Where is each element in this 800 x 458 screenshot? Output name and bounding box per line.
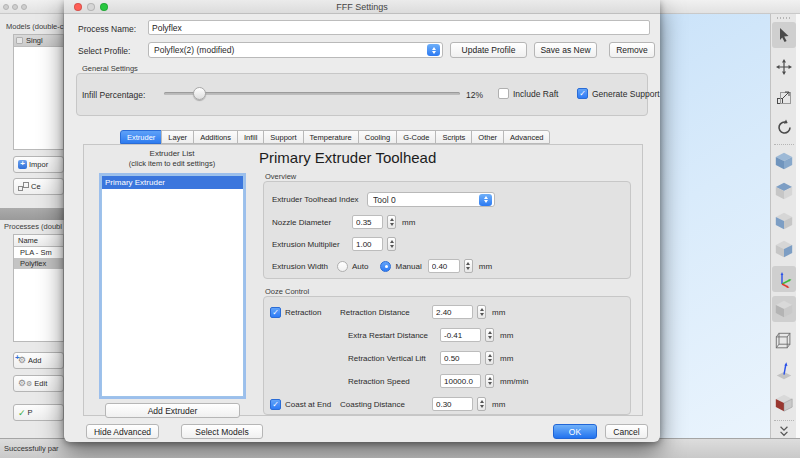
toolbar-drag-handle[interactable] (777, 17, 791, 19)
stepper-icon[interactable] (485, 351, 494, 365)
vertical-lift-input[interactable] (440, 351, 481, 365)
rotate-tool-button[interactable] (772, 114, 796, 140)
tab-infill[interactable]: Infill (237, 130, 264, 144)
tab-other[interactable]: Other (471, 130, 504, 144)
process-name-label: Process Name: (78, 24, 136, 34)
generate-support-option[interactable]: ✓ Generate Support (577, 88, 660, 99)
extrusion-multiplier-input[interactable] (352, 237, 383, 251)
models-list-row[interactable]: Singl (14, 35, 63, 47)
stepper-icon[interactable] (387, 237, 396, 251)
model-checkbox[interactable] (16, 37, 23, 44)
stepper-icon[interactable] (485, 328, 494, 342)
add-process-button[interactable]: ⚙+ Add (13, 352, 64, 369)
extrusion-width-auto-label: Auto (352, 262, 368, 271)
view-cube-button[interactable] (772, 296, 796, 322)
view-default-button[interactable] (772, 148, 796, 174)
import-button[interactable]: + Impor (13, 156, 64, 173)
hide-advanced-button[interactable]: Hide Advanced (86, 424, 159, 439)
process-row-selected[interactable]: Polyflex (14, 258, 63, 269)
stepper-icon[interactable] (477, 305, 486, 319)
view-side-button[interactable] (772, 236, 796, 262)
tab-gcode[interactable]: G-Code (396, 130, 436, 144)
extruder-listbox[interactable]: Primary Extruder (101, 175, 244, 397)
coast-at-end-label: Coast at End (285, 400, 340, 409)
tab-temperature[interactable]: Temperature (303, 130, 359, 144)
coasting-distance-label: Coasting Distance (340, 400, 432, 409)
main-close-button[interactable] (3, 4, 9, 10)
extrusion-width-auto-radio[interactable] (337, 261, 348, 272)
edit-process-button[interactable]: ⚙⚙ Edit (13, 375, 64, 392)
toolhead-index-select[interactable]: Tool 0 (367, 192, 495, 207)
profile-select[interactable]: Polyflex(2) (modified) (148, 42, 443, 58)
include-raft-checkbox[interactable] (498, 88, 509, 99)
nozzle-diameter-input[interactable] (352, 215, 383, 229)
move-tool-button[interactable] (772, 54, 796, 80)
processes-list[interactable]: Name PLA - Sm Polyflex (13, 234, 64, 342)
tab-scripts[interactable]: Scripts (435, 130, 472, 144)
dialog-minimize-button[interactable] (87, 3, 95, 11)
center-arrange-button[interactable]: Ce (13, 178, 64, 195)
stepper-icon[interactable] (477, 397, 486, 411)
prepare-print-button[interactable]: ✓ P (13, 404, 64, 421)
save-as-new-button[interactable]: Save as New (534, 42, 597, 58)
tab-extruder[interactable]: Extruder (120, 130, 162, 144)
retraction-speed-input[interactable] (440, 374, 481, 388)
collapse-toolbar-button[interactable] (772, 424, 796, 438)
show-axes-button[interactable] (772, 266, 796, 292)
cancel-button[interactable]: Cancel (605, 424, 648, 439)
process-name-input[interactable] (148, 20, 650, 35)
stepper-icon[interactable] (387, 215, 396, 229)
extrusion-width-manual-radio[interactable] (380, 261, 391, 272)
infill-percentage-slider[interactable] (164, 87, 460, 100)
coast-at-end-checkbox[interactable]: ✓ (270, 399, 281, 410)
main-zoom-button[interactable] (21, 4, 27, 10)
vertical-lift-label: Retraction Vertical Lift (348, 354, 440, 363)
slider-thumb[interactable] (193, 87, 206, 100)
dialog-close-button[interactable] (74, 3, 82, 11)
models-list[interactable]: Singl (13, 34, 64, 150)
slider-track[interactable] (164, 92, 460, 95)
view-top-button[interactable] (772, 178, 796, 204)
panel-splitter[interactable] (0, 208, 64, 220)
view-front-button[interactable] (772, 208, 796, 234)
tab-additions[interactable]: Additions (193, 130, 238, 144)
add-extruder-button[interactable]: Add Extruder (105, 403, 240, 418)
stepper-icon[interactable] (485, 374, 494, 388)
remove-profile-button[interactable]: Remove (609, 42, 655, 58)
vertical-lift-row: Retraction Vertical Lift mm (348, 351, 513, 365)
extruder-tab-panel: Extruder List (click item to edit settin… (83, 144, 643, 416)
include-raft-option[interactable]: Include Raft (498, 88, 558, 99)
retraction-checkbox[interactable]: ✓ (270, 307, 281, 318)
coasting-distance-input[interactable] (432, 397, 473, 411)
retraction-distance-input[interactable] (432, 305, 473, 319)
tab-layer[interactable]: Layer (161, 130, 194, 144)
extrusion-width-input[interactable] (428, 259, 460, 273)
select-tool-button[interactable] (772, 22, 796, 48)
extrusion-multiplier-row: Extrusion Multiplier (272, 237, 396, 251)
main-minimize-button[interactable] (12, 4, 18, 10)
select-models-button[interactable]: Select Models (181, 424, 263, 439)
extruder-list-hint: (click item to edit settings) (92, 159, 252, 168)
dialog-title: FFF Settings (64, 2, 660, 12)
wireframe-view-button[interactable] (772, 328, 796, 354)
process-row[interactable]: PLA - Sm (14, 247, 63, 258)
update-profile-button[interactable]: Update Profile (450, 42, 527, 58)
tab-support[interactable]: Support (263, 130, 303, 144)
generate-support-label: Generate Support (592, 89, 660, 99)
generate-support-checkbox[interactable]: ✓ (577, 88, 588, 99)
extruder-list-item-selected[interactable]: Primary Extruder (102, 176, 243, 189)
extra-restart-input[interactable] (440, 328, 481, 342)
stepper-icon[interactable] (464, 259, 473, 273)
view-toolbar (770, 14, 796, 438)
toolhead-index-value: Tool 0 (373, 195, 479, 205)
tab-cooling[interactable]: Cooling (358, 130, 397, 144)
nozzle-diameter-row: Nozzle Diameter mm (272, 215, 415, 229)
infill-percentage-label: Infill Percentage: (82, 90, 145, 100)
ok-button[interactable]: OK (553, 424, 597, 439)
surface-normal-button[interactable] (772, 358, 796, 384)
dialog-zoom-button[interactable] (100, 3, 108, 11)
cross-section-button[interactable] (772, 390, 796, 416)
extra-restart-row: Extra Restart Distance mm (348, 328, 513, 342)
scale-tool-button[interactable] (772, 84, 796, 110)
tab-advanced[interactable]: Advanced (503, 130, 550, 144)
